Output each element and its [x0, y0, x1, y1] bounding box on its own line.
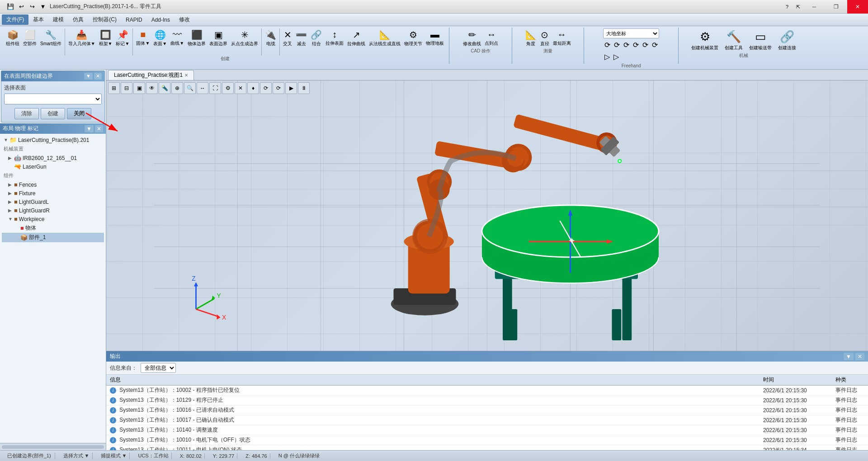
viewport-tab-close[interactable]: ✕ — [184, 73, 188, 78]
output-panel-minimize[interactable]: ▼ — [844, 353, 854, 360]
tb-surface[interactable]: 🌐 表面▼ — [152, 28, 168, 56]
tb-shortest-distance[interactable]: ↔ 最短距离 — [552, 28, 572, 48]
undo-button[interactable]: ↩ — [16, 2, 26, 12]
vp-btn-2[interactable]: ⊟ — [121, 82, 132, 94]
vp-btn-12[interactable]: ♦ — [247, 82, 259, 94]
vp-btn-9[interactable]: ⛶ — [209, 82, 221, 94]
tb-angle[interactable]: 📐 角度 — [524, 28, 538, 48]
tb-from-line-straight[interactable]: 📐 从法线生成直线 — [368, 28, 402, 56]
status-capture-mode[interactable]: 捕捉模式 ▼ — [98, 452, 130, 459]
tb-modify-curve[interactable]: ✏ 修改曲线 — [462, 28, 482, 48]
minimize-button[interactable]: ─ — [804, 0, 825, 14]
tb-empty-part[interactable]: ⬜ 空部件 — [22, 28, 38, 56]
close-button[interactable]: ✕ — [847, 0, 868, 14]
tb-diameter[interactable]: ⊙ 直径 — [539, 28, 551, 48]
freehand-btn5[interactable]: ⟳ — [641, 40, 650, 50]
tb-curve[interactable]: 〰 曲线▼ — [169, 28, 185, 56]
tb-physics-joint[interactable]: ⚙ 物理关节 — [403, 28, 424, 56]
save-button[interactable]: 💾 — [5, 2, 15, 12]
tree-item-irb2600[interactable]: ▶ 🤖 IRB2600_12_165__01 — [2, 154, 104, 162]
table-row[interactable]: i System13（工作站）：10010 - 电机下电（OFF）状态 2022… — [106, 435, 868, 445]
tree-item-object[interactable]: ■ 物体 — [2, 223, 104, 233]
tree-root[interactable]: ▼ 📁 LaserCutting_Practise(B).201 — [2, 136, 104, 144]
tb-combine[interactable]: 🔗 结合 — [309, 28, 323, 56]
tb-from-point-border[interactable]: ✳ 从点生成边界 — [230, 28, 259, 56]
expand-icon[interactable]: ⇱ — [793, 2, 803, 12]
select-surface-dropdown[interactable] — [4, 94, 102, 104]
tree-item-part1[interactable]: 📦 部件_1 — [2, 233, 104, 242]
tb-create-mechanical[interactable]: ⚙ 创建机械装置 — [689, 28, 721, 52]
table-row[interactable]: i System13（工作站）：10002 - 程序指针已经复位 2022/6/… — [106, 386, 868, 395]
freehand-btn8[interactable]: ▷ — [612, 52, 620, 62]
redo-button[interactable]: ↪ — [27, 2, 37, 12]
table-row[interactable]: i System13（工作站）：10017 - 已确认自动模式 2022/6/1… — [106, 415, 868, 425]
close-dialog-button[interactable]: 关闭 — [67, 108, 91, 119]
vp-btn-6[interactable]: ⊕ — [171, 82, 183, 94]
vp-btn-4[interactable]: 👁 — [146, 82, 158, 94]
vp-btn-14[interactable]: ⟳ — [273, 82, 284, 94]
table-row[interactable]: i System13（工作站）：10129 - 程序已停止 2022/6/1 2… — [106, 395, 868, 405]
vp-btn-16[interactable]: ⏸ — [298, 82, 310, 94]
tb-body-border[interactable]: ⬛ 物体边界 — [186, 28, 207, 56]
clear-button[interactable]: 清除 — [14, 108, 39, 119]
vp-btn-10[interactable]: ⚙ — [222, 82, 234, 94]
menu-modeling[interactable]: 建模 — [48, 14, 68, 25]
tree-panel-close[interactable]: ✕ — [95, 125, 103, 132]
tree-item-fixture[interactable]: ▶ ■ Fixture — [2, 189, 104, 198]
help-icon[interactable]: ? — [782, 2, 792, 12]
tb-stretch-curve[interactable]: ↗ 拉伸曲线 — [346, 28, 367, 56]
tb-solid[interactable]: ■ 固体▼ — [135, 28, 151, 56]
freehand-btn3[interactable]: ⟳ — [622, 40, 631, 50]
tb-point-to-point[interactable]: ↔ 点到点 — [483, 28, 500, 48]
tree-item-lightguardr[interactable]: ▶ ■ LightGuardR — [2, 206, 104, 215]
menu-rapid[interactable]: RAPID — [121, 15, 147, 24]
tree-item-lightguardl[interactable]: ▶ ■ LightGuardL — [2, 198, 104, 206]
menu-simulation[interactable]: 仿真 — [68, 14, 88, 25]
tb-cable[interactable]: 🔌 电缆 — [264, 28, 278, 56]
settings-dropdown[interactable]: ▼ — [38, 2, 48, 12]
menu-controller[interactable]: 控制器(C) — [88, 14, 121, 25]
left-panel-scrollbar[interactable] — [0, 443, 106, 450]
freehand-btn2[interactable]: ⟳ — [613, 40, 621, 50]
tb-import-geometry[interactable]: 📥 导入几何体▼ — [67, 28, 97, 56]
freehand-btn1[interactable]: ⟳ — [603, 40, 612, 50]
create-button[interactable]: 创建 — [41, 108, 65, 119]
tb-intersect[interactable]: ✕ 交叉 — [282, 28, 293, 56]
vp-btn-7[interactable]: 🔍 — [184, 82, 196, 94]
tb-create-tool[interactable]: 🔨 创建工具 — [722, 28, 745, 52]
freehand-btn4[interactable]: ⟳ — [632, 40, 640, 50]
vp-btn-8[interactable]: ↔ — [197, 82, 208, 94]
vp-btn-15[interactable]: ▶ — [285, 82, 297, 94]
coord-system-select[interactable]: 大地坐标 工作站坐标 — [603, 28, 659, 38]
status-selection-mode[interactable]: 选择方式 ▼ — [61, 452, 93, 459]
freehand-btn6[interactable]: ⟳ — [651, 40, 659, 50]
freehand-btn7[interactable]: ▷ — [603, 52, 611, 62]
menu-file[interactable]: 文件(F) — [2, 14, 28, 25]
dialog-pin-button[interactable]: ▼ — [84, 73, 93, 80]
table-row[interactable]: i System13（工作站）：10011 - 电机上电(ON) 状态 2022… — [106, 445, 868, 451]
tb-frame[interactable]: 🔲 框架▼ — [98, 28, 114, 56]
tree-panel-pin[interactable]: ▼ — [85, 125, 94, 132]
table-row[interactable]: i System13（工作站）：10140 - 调整速度 2022/6/1 20… — [106, 425, 868, 435]
dialog-close-button[interactable]: ✕ — [94, 73, 102, 80]
tb-stretch-surface[interactable]: ↕ 拉伸表面 — [324, 28, 345, 56]
viewport-3d[interactable]: ⊞ ⊟ ▣ 👁 🔦 ⊕ 🔍 ↔ ⛶ ⚙ ✕ ♦ ⟳ ⟳ ▶ ⏸ — [106, 80, 868, 351]
tb-surface-border[interactable]: ▣ 表面边界 — [208, 28, 229, 56]
menu-addins[interactable]: Add-Ins — [147, 15, 175, 24]
vp-btn-11[interactable]: ✕ — [235, 82, 246, 94]
table-row[interactable]: i System13（工作站）：10016 - 已请求自动模式 2022/6/1… — [106, 405, 868, 415]
vp-btn-3[interactable]: ▣ — [133, 82, 145, 94]
tb-smart-component[interactable]: 🔧 Smart组件 — [39, 28, 63, 56]
tree-item-workpiece[interactable]: ▼ ■ Workpiece — [2, 215, 104, 223]
tb-create-connection[interactable]: 🔗 创建连接 — [775, 28, 799, 52]
viewport-tab-main[interactable]: LaserCutting_Practise:视图1 ✕ — [108, 70, 194, 80]
menu-modify[interactable]: 修改 — [175, 14, 194, 25]
tb-create-conveyor[interactable]: ▭ 创建输送带 — [746, 28, 774, 52]
tb-component-group[interactable]: 📦 组件组 — [5, 28, 21, 56]
vp-btn-13[interactable]: ⟳ — [260, 82, 272, 94]
tb-subtract[interactable]: ➖ 减去 — [294, 28, 308, 56]
tb-mark[interactable]: 📌 标记▼ — [114, 28, 131, 56]
restore-button[interactable]: ❐ — [826, 0, 846, 14]
menu-basic[interactable]: 基本 — [28, 14, 48, 25]
vp-btn-1[interactable]: ⊞ — [108, 82, 120, 94]
